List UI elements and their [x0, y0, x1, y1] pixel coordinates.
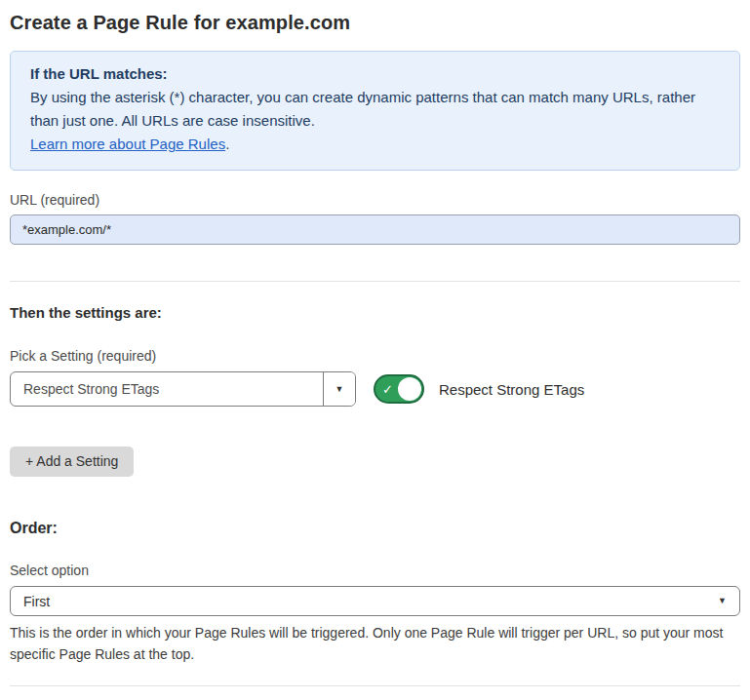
settings-section-heading: Then the settings are:: [10, 304, 740, 321]
order-select-label: Select option: [10, 563, 740, 578]
check-icon: ✓: [382, 383, 393, 396]
setting-picker-label: Pick a Setting (required): [10, 348, 740, 364]
order-help-text: This is the order in which your Page Rul…: [10, 622, 740, 665]
setting-toggle-label: Respect Strong ETags: [439, 381, 584, 398]
page-title: Create a Page Rule for example.com: [10, 12, 740, 34]
order-select[interactable]: First ▼: [10, 586, 740, 616]
setting-row: Respect Strong ETags ▼ ✓ Respect Strong …: [10, 371, 740, 407]
setting-select-arrow-button[interactable]: ▼: [323, 372, 355, 406]
info-box-body: By using the asterisk (*) character, you…: [30, 86, 720, 133]
info-box-link-line: Learn more about Page Rules.: [30, 133, 720, 156]
chevron-down-icon: ▼: [336, 385, 344, 394]
toggle-knob: [398, 377, 421, 401]
setting-select[interactable]: Respect Strong ETags ▼: [10, 371, 356, 407]
chevron-down-icon: ▼: [718, 597, 727, 605]
add-setting-button[interactable]: + Add a Setting: [10, 447, 134, 477]
footer-divider: [10, 685, 740, 686]
order-section-heading: Order:: [10, 520, 740, 537]
info-box-heading: If the URL matches:: [30, 62, 720, 86]
page-rule-form: Create a Page Rule for example.com If th…: [0, 0, 750, 700]
setting-select-value: Respect Strong ETags: [11, 372, 323, 406]
section-divider: [10, 281, 740, 282]
url-input[interactable]: [10, 214, 740, 245]
setting-toggle[interactable]: ✓: [374, 374, 424, 404]
url-field-label: URL (required): [10, 192, 740, 208]
learn-more-link[interactable]: Learn more about Page Rules: [30, 136, 225, 152]
order-select-value: First: [23, 594, 50, 609]
link-suffix: .: [225, 136, 229, 152]
url-match-info-box: If the URL matches: By using the asteris…: [10, 51, 740, 171]
